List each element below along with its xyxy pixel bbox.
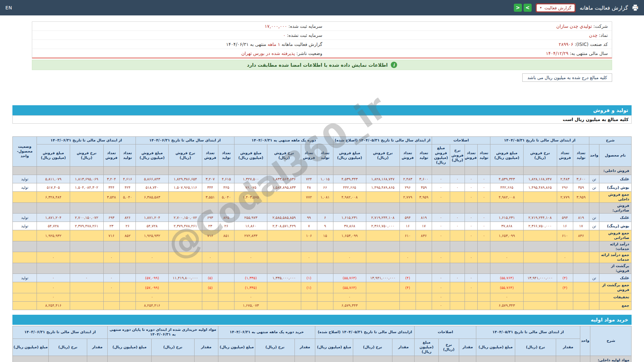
row-label: جمع برگشت از فروش bbox=[599, 282, 631, 293]
value-cell bbox=[103, 301, 119, 310]
value-cell: ۰ bbox=[450, 175, 465, 183]
value-cell bbox=[37, 202, 70, 214]
column-header: مبلغ فروش (میلیون ریال) bbox=[432, 144, 450, 167]
value-cell: (۴) bbox=[400, 274, 416, 282]
value-cell: ۴۲۴ bbox=[119, 183, 136, 192]
value-cell: (۵۵,۷۶۴) bbox=[490, 282, 523, 293]
value-cell bbox=[169, 301, 202, 310]
value-cell bbox=[119, 274, 136, 282]
value-cell: ۶,۳۲۸,۴۸۴ bbox=[37, 192, 70, 203]
registered-capital-label: سرمایه ثبت شده: bbox=[288, 23, 322, 29]
column-header: مبلغ (میلیون ریال) bbox=[13, 339, 49, 356]
next-period-button[interactable]: > bbox=[524, 4, 532, 12]
value-cell bbox=[523, 202, 557, 214]
value-cell: ۰ bbox=[103, 282, 119, 293]
value-cell bbox=[267, 192, 301, 203]
value-cell: ۵۹۴ bbox=[557, 214, 573, 222]
value-cell: ۵,۰۴۰ bbox=[119, 192, 136, 203]
value-cell bbox=[267, 241, 301, 252]
report-type-dropdown[interactable]: گزارش فعالیت ▾ bbox=[536, 3, 576, 12]
value-cell: ۰ bbox=[37, 274, 70, 282]
value-cell: ۰ bbox=[465, 274, 478, 282]
value-cell: ۲,۳۶۶,۷۵۰,۰۰۰ bbox=[366, 222, 399, 230]
column-header: مواد اولیه خریداری شده از ابتدای دوره تا… bbox=[108, 326, 218, 339]
value-cell: ۲,۷۷۹ bbox=[400, 192, 416, 203]
column-header: مبلغ فروش (میلیون ریال) bbox=[136, 144, 168, 167]
value-cell: ۰ bbox=[490, 293, 523, 301]
column-header: مقدار bbox=[194, 339, 218, 356]
unit-cell bbox=[589, 252, 599, 263]
value-cell: ۲,۴۸۳ bbox=[557, 175, 573, 183]
value-cell bbox=[169, 167, 202, 175]
column-header: مقدار bbox=[392, 339, 415, 356]
value-cell: ۷۲۴ bbox=[301, 175, 317, 183]
value-cell bbox=[416, 274, 432, 282]
value-cell: ۶ bbox=[317, 214, 333, 222]
value-cell bbox=[119, 241, 136, 252]
value-cell bbox=[573, 293, 589, 301]
value-cell bbox=[317, 282, 333, 293]
value-cell: ۷۶,۰۷۵ bbox=[234, 183, 267, 192]
value-cell bbox=[218, 252, 234, 263]
value-cell: ۰ bbox=[432, 192, 450, 203]
value-cell bbox=[450, 202, 465, 214]
production-sales-section: تولید و فروش کلیه مبالغ به میلیون ریال ا… bbox=[12, 105, 632, 310]
report-type-dropdown-button[interactable]: گزارش فعالیت ▾ bbox=[537, 4, 575, 11]
value-cell: ۷۱۶ bbox=[103, 230, 119, 241]
value-cell bbox=[218, 301, 234, 310]
column-header: تعداد فروش bbox=[557, 144, 573, 167]
table-row: جمع درآمد ارائه خدمات۰۰۰۰۰۰۰۰۰۰۰۰ bbox=[13, 252, 632, 263]
prev-period-button[interactable]: < bbox=[514, 4, 522, 12]
raw-materials-table: شرحواحداز ابتدای سال مالی تا تاریخ ۱۴۰۴/… bbox=[12, 326, 632, 362]
value-cell: ۴,۹۸۲,۰۰۸ bbox=[490, 192, 523, 203]
signed-data-notice: i اطلاعات نمایش داده شده با اطلاعات امضا… bbox=[32, 60, 612, 70]
value-cell bbox=[333, 202, 366, 214]
value-cell bbox=[416, 282, 432, 293]
unit-cell bbox=[589, 230, 599, 241]
value-cell: ۶,۵۷۹,۳۴۳ bbox=[490, 301, 523, 310]
value-cell bbox=[169, 293, 202, 301]
value-cell: ۰ bbox=[465, 222, 478, 230]
value-cell: ۱,۵۸۴,۸۹۵,۸۳۳ bbox=[267, 183, 301, 192]
value-cell: ۰ bbox=[103, 252, 119, 263]
language-toggle-en[interactable]: EN bbox=[5, 5, 12, 10]
value-cell bbox=[432, 241, 450, 252]
value-cell: ۱۶ bbox=[400, 222, 416, 230]
value-cell: ۴,۹۸۲,۰۰۸ bbox=[333, 192, 366, 203]
value-cell bbox=[573, 282, 589, 293]
value-cell: ۰ bbox=[465, 252, 478, 263]
value-cell: ۱,۵۰۷,۹۶۵,۱۱۶ bbox=[169, 183, 202, 192]
value-cell: ۲۵۵,۹۷۳ bbox=[234, 214, 267, 222]
value-cell bbox=[416, 293, 432, 301]
value-cell: (۴) bbox=[557, 274, 573, 282]
report-period-label: گزارش فعالیت ماهانه bbox=[281, 42, 322, 47]
value-cell bbox=[301, 167, 317, 175]
value-cell bbox=[478, 167, 490, 175]
column-header: از ابتدای سال مالی تا تاریخ ۱۴۰۳/۰۶/۳۱ bbox=[37, 137, 136, 144]
column-header: تعداد فروش bbox=[103, 144, 119, 167]
value-cell: (۱) bbox=[301, 274, 317, 282]
value-cell bbox=[465, 301, 478, 310]
chevron-down-icon: ▾ bbox=[540, 6, 542, 9]
value-cell: ۳,۲۰۴ bbox=[103, 175, 119, 183]
value-cell bbox=[37, 167, 70, 175]
value-cell bbox=[557, 301, 573, 310]
value-cell: ۲۶ bbox=[218, 222, 234, 230]
issuer-status-label: وضعیت ناشر: bbox=[296, 51, 322, 56]
print-icon[interactable] bbox=[632, 5, 639, 11]
value-cell bbox=[573, 241, 589, 252]
issuer-status-field: وضعیت ناشر: پذیرفته شده در بورس تهران bbox=[32, 49, 326, 58]
value-cell: ۲,۷۷۹ bbox=[557, 192, 573, 203]
value-cell bbox=[573, 274, 589, 282]
unit-cell: تن bbox=[589, 214, 599, 222]
value-cell: ۲,۳۷۹,۴۷۸,۲۶۱ bbox=[70, 222, 103, 230]
value-cell: (۴) bbox=[557, 282, 573, 293]
table-row: فروش صادراتی: bbox=[13, 202, 632, 214]
value-cell: ۱,۰۱۵ bbox=[317, 175, 333, 183]
value-cell: ۴۴۲,۶۶۵ bbox=[490, 183, 523, 192]
row-label: فروش داخلی: bbox=[599, 167, 631, 175]
unit-cell bbox=[589, 282, 599, 293]
value-cell bbox=[103, 293, 119, 301]
value-cell bbox=[151, 356, 194, 362]
value-cell bbox=[70, 301, 103, 310]
